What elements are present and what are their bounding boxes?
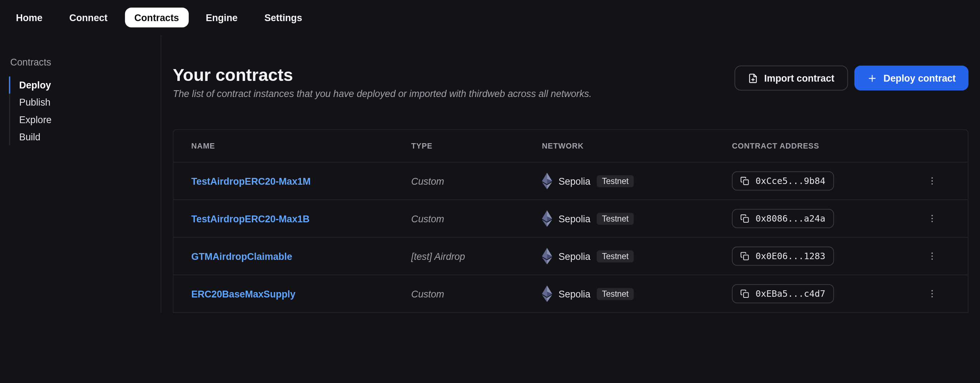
contract-name[interactable]: GTMAirdropClaimable	[191, 251, 411, 261]
network-badge: Testnet	[597, 213, 634, 225]
row-menu-button[interactable]	[915, 213, 950, 223]
network-badge: Testnet	[597, 175, 634, 187]
address-chip[interactable]: 0x0E06...1283	[732, 246, 834, 265]
row-menu-button[interactable]	[915, 176, 950, 186]
contract-type: Custom	[411, 213, 542, 224]
svg-rect-4	[744, 180, 748, 184]
nav-settings[interactable]: Settings	[255, 8, 312, 27]
contract-name[interactable]: ERC20BaseMaxSupply	[191, 288, 411, 299]
contract-network: Sepolia Testnet	[542, 173, 732, 189]
contract-name[interactable]: TestAirdropERC20-Max1M	[191, 175, 411, 186]
svg-rect-12	[744, 255, 748, 259]
nav-home[interactable]: Home	[6, 8, 52, 27]
network-badge: Testnet	[597, 288, 634, 300]
action-buttons: Import contract Deploy contract	[734, 65, 969, 90]
network-name: Sepolia	[558, 175, 590, 186]
page-header: Your contracts The list of contract inst…	[173, 65, 968, 99]
sidebar-item-publish[interactable]: Publish	[9, 94, 152, 111]
page-title: Your contracts	[173, 65, 591, 85]
address-text: 0xCce5...9b84	[756, 176, 825, 186]
col-name: NAME	[191, 141, 411, 150]
deploy-contract-button[interactable]: Deploy contract	[854, 65, 969, 90]
svg-point-17	[931, 290, 933, 291]
col-type: TYPE	[411, 141, 542, 150]
address-chip[interactable]: 0xCce5...9b84	[732, 172, 834, 191]
nav-connect[interactable]: Connect	[60, 8, 117, 27]
copy-icon	[740, 214, 749, 223]
top-nav: Home Connect Contracts Engine Settings	[0, 0, 980, 35]
more-vertical-icon	[927, 213, 937, 223]
sidebar-item-build[interactable]: Build	[9, 128, 152, 145]
svg-point-14	[931, 256, 933, 257]
nav-contracts[interactable]: Contracts	[125, 8, 188, 27]
contracts-table: NAME TYPE NETWORK CONTRACT ADDRESS TestA…	[173, 129, 968, 313]
table-row: GTMAirdropClaimable [test] Airdrop Sepol…	[173, 238, 968, 275]
file-import-icon	[748, 73, 757, 83]
contract-network: Sepolia Testnet	[542, 210, 732, 227]
svg-point-10	[931, 218, 933, 219]
contract-type: [test] Airdrop	[411, 251, 542, 261]
more-vertical-icon	[927, 176, 937, 186]
network-badge: Testnet	[597, 250, 634, 262]
ethereum-icon	[542, 210, 552, 227]
col-network: NETWORK	[542, 141, 732, 150]
address-text: 0xEBa5...c4d7	[756, 289, 825, 299]
sidebar-item-explore[interactable]: Explore	[9, 111, 152, 128]
address-chip[interactable]: 0x8086...a24a	[732, 209, 834, 228]
contract-type: Custom	[411, 175, 542, 186]
sidebar-item-deploy[interactable]: Deploy	[9, 76, 152, 94]
network-name: Sepolia	[558, 251, 590, 261]
svg-point-19	[931, 296, 933, 297]
row-menu-button[interactable]	[915, 251, 950, 261]
contract-name[interactable]: TestAirdropERC20-Max1B	[191, 213, 411, 224]
network-name: Sepolia	[558, 288, 590, 299]
contract-network: Sepolia Testnet	[542, 285, 732, 302]
svg-point-18	[931, 293, 933, 295]
table-row: TestAirdropERC20-Max1M Custom Sepolia Te…	[173, 162, 968, 200]
svg-rect-8	[744, 217, 748, 222]
table-row: ERC20BaseMaxSupply Custom Sepolia Testne…	[173, 275, 968, 313]
svg-point-11	[931, 221, 933, 222]
contract-network: Sepolia Testnet	[542, 248, 732, 264]
import-contract-button[interactable]: Import contract	[734, 65, 848, 90]
copy-icon	[740, 289, 749, 298]
svg-point-5	[931, 177, 933, 179]
copy-icon	[740, 176, 749, 186]
more-vertical-icon	[927, 289, 937, 299]
network-name: Sepolia	[558, 213, 590, 224]
page-subtitle: The list of contract instances that you …	[173, 88, 591, 99]
ethereum-icon	[542, 248, 552, 264]
ethereum-icon	[542, 285, 552, 302]
main-content: Your contracts The list of contract inst…	[161, 35, 980, 313]
col-address: CONTRACT ADDRESS	[732, 141, 914, 150]
copy-icon	[740, 252, 749, 261]
svg-point-13	[931, 252, 933, 254]
svg-point-7	[931, 183, 933, 185]
svg-rect-16	[744, 292, 748, 297]
address-text: 0x8086...a24a	[756, 213, 825, 223]
deploy-contract-label: Deploy contract	[883, 73, 956, 83]
address-text: 0x0E06...1283	[756, 251, 825, 261]
nav-engine[interactable]: Engine	[196, 8, 247, 27]
contract-type: Custom	[411, 288, 542, 299]
address-chip[interactable]: 0xEBa5...c4d7	[732, 284, 834, 303]
sidebar: Contracts Deploy Publish Explore Build	[0, 35, 161, 313]
svg-point-15	[931, 258, 933, 260]
plus-icon	[867, 73, 877, 83]
svg-point-6	[931, 180, 933, 182]
table-body: TestAirdropERC20-Max1M Custom Sepolia Te…	[173, 162, 968, 313]
table-header: NAME TYPE NETWORK CONTRACT ADDRESS	[173, 130, 968, 162]
table-row: TestAirdropERC20-Max1B Custom Sepolia Te…	[173, 200, 968, 238]
svg-point-9	[931, 215, 933, 216]
sidebar-title: Contracts	[9, 57, 152, 67]
ethereum-icon	[542, 173, 552, 189]
sidebar-list: Deploy Publish Explore Build	[9, 76, 152, 145]
row-menu-button[interactable]	[915, 289, 950, 299]
more-vertical-icon	[927, 251, 937, 261]
import-contract-label: Import contract	[764, 73, 835, 83]
